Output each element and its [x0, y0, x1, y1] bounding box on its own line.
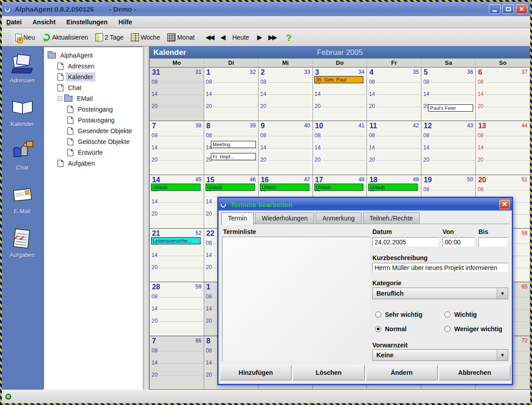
menu-item-hilfe[interactable]: Hilfe: [118, 18, 132, 26]
time-slot-20[interactable]: 20: [476, 103, 530, 109]
sidebar-item-chat[interactable]: Chat: [11, 141, 34, 171]
radio-circle-icon[interactable]: [444, 311, 451, 318]
tree-item-entwürfe[interactable]: Entwürfe: [45, 147, 141, 158]
toolbar-fast-forward-icon[interactable]: ▶▶: [268, 33, 276, 41]
ndern-button[interactable]: Ändern: [366, 365, 438, 380]
dialog-close-button[interactable]: ✕: [499, 200, 510, 209]
time-slot-20[interactable]: 20: [313, 103, 367, 109]
panel-splitter[interactable]: [143, 46, 149, 390]
time-slot-08[interactable]: 08: [421, 186, 475, 192]
event-chip[interactable]: Lebensversiche...: [151, 237, 201, 244]
event-chip[interactable]: Urlaub: [151, 184, 201, 191]
time-slot-20[interactable]: 20: [476, 156, 530, 162]
sidebar-item-adressen[interactable]: Adressen: [10, 54, 35, 84]
kurzbeschreibung-input[interactable]: [372, 263, 508, 273]
dialog-tab-termin[interactable]: Termin: [221, 212, 254, 225]
tree-item-postausgang[interactable]: Postausgang: [45, 115, 141, 126]
time-slot-08[interactable]: 08: [150, 132, 204, 138]
event-chip[interactable]: Meeting: [211, 141, 256, 148]
time-slot-20[interactable]: 20: [150, 210, 204, 216]
calendar-day-cell[interactable]: 33408142035. Geb. Paul: [313, 68, 367, 121]
toolbar-button-woche[interactable]: Woche: [131, 33, 160, 41]
menu-item-einstellungen[interactable]: Einstellungen: [67, 18, 108, 26]
time-slot-20[interactable]: 20: [150, 371, 204, 378]
toolbar-forward-icon[interactable]: ▶: [257, 33, 261, 41]
time-slot-20[interactable]: 20: [150, 103, 204, 109]
tree-item-posteingang[interactable]: Posteingang: [45, 104, 141, 115]
time-slot-20[interactable]: 20: [150, 264, 204, 270]
kategorie-dropdown-arrow-icon[interactable]: ▼: [497, 288, 508, 299]
calendar-day-cell[interactable]: 637081420: [476, 68, 530, 121]
calendar-day-cell[interactable]: 766081420: [150, 336, 204, 390]
sidebar-item-email[interactable]: E-Mail: [11, 184, 34, 215]
time-slot-08[interactable]: 08: [150, 293, 204, 299]
toolbar-button-2-tage[interactable]: 2 Tage: [95, 33, 124, 41]
time-slot-14[interactable]: 14: [476, 90, 530, 97]
time-slot-14[interactable]: 14: [150, 359, 204, 365]
calendar-day-cell[interactable]: 435081420: [367, 68, 421, 121]
time-slot-08[interactable]: 08: [259, 78, 313, 85]
time-slot-14[interactable]: 14: [313, 144, 367, 150]
tree-item-kalender[interactable]: Kalender: [45, 72, 141, 82]
time-slot-14[interactable]: 14: [150, 252, 204, 258]
time-slot-14[interactable]: 14: [367, 144, 421, 150]
tree-item-adressen[interactable]: Adressen: [45, 61, 141, 72]
event-chip[interactable]: Urlaub: [206, 184, 255, 191]
event-chip[interactable]: Urlaub: [260, 184, 309, 191]
vorwarnzeit-dropdown-arrow-icon[interactable]: ▼: [497, 350, 508, 360]
time-slot-20[interactable]: 20: [313, 156, 367, 162]
radio-circle-icon[interactable]: [375, 311, 381, 318]
time-slot-14[interactable]: 14: [476, 144, 530, 150]
abbrechen-button[interactable]: Abbrechen: [439, 365, 510, 380]
time-slot-14[interactable]: 14: [204, 90, 258, 97]
calendar-day-cell[interactable]: 1243081420: [421, 121, 476, 175]
toolbar-today-button[interactable]: Heute: [232, 34, 249, 41]
dialog-tab-wiederholungen[interactable]: Wiederholungen: [255, 212, 314, 224]
time-slot-14[interactable]: 14: [313, 90, 367, 97]
time-slot-20[interactable]: 20: [367, 156, 421, 162]
time-slot-08[interactable]: 08: [421, 78, 475, 85]
calendar-day-cell[interactable]: 3131081420: [150, 68, 204, 121]
calendar-day-cell[interactable]: 2859081420: [150, 282, 204, 336]
time-slot-08[interactable]: 08: [259, 132, 313, 138]
radio-sehr-wichtig[interactable]: Sehr wichtig: [375, 311, 422, 318]
time-slot-08[interactable]: 08: [204, 132, 258, 138]
tree-item-alphaagent[interactable]: AlphaAgent: [45, 50, 141, 61]
tree-item-email[interactable]: −EMail: [45, 93, 141, 104]
menu-item-ansicht[interactable]: Ansicht: [32, 18, 55, 26]
tree-item-gesendeteobjekte[interactable]: Gesendete Objekte: [45, 126, 141, 136]
vorwarnzeit-dropdown[interactable]: Keine ▼: [372, 349, 508, 361]
calendar-day-cell[interactable]: 1344081420: [476, 121, 530, 175]
tree-item-chat[interactable]: Chat: [45, 82, 141, 93]
hinzufügen-button[interactable]: Hinzufügen: [220, 365, 291, 380]
menu-item-datei[interactable]: Datei: [6, 18, 22, 26]
time-slot-08[interactable]: 08: [313, 132, 367, 138]
time-slot-14[interactable]: 14: [421, 144, 475, 150]
calendar-day-cell[interactable]: 1041081420: [313, 121, 367, 175]
calendar-day-cell[interactable]: 1445081420Urlaub: [150, 175, 204, 229]
radio-weniger-wichtig[interactable]: Weniger wichtig: [444, 325, 502, 333]
sidebar-item-kalender[interactable]: Kalender: [10, 97, 34, 127]
calendar-day-cell[interactable]: 738081420: [150, 121, 204, 175]
time-slot-20[interactable]: 20: [259, 103, 313, 109]
datum-input[interactable]: [372, 237, 439, 247]
time-slot-20[interactable]: 20: [367, 103, 421, 109]
time-slot-08[interactable]: 08: [476, 78, 530, 85]
calendar-day-cell[interactable]: 233081420: [259, 68, 313, 121]
event-chip[interactable]: Paul's Feier: [428, 104, 473, 112]
bis-input[interactable]: [478, 237, 508, 247]
tree-expander-minus-icon[interactable]: −: [58, 96, 62, 101]
radio-circle-icon[interactable]: [444, 326, 451, 332]
radio-circle-icon[interactable]: [375, 326, 381, 332]
toolbar-grip[interactable]: [3, 30, 12, 45]
time-slot-08[interactable]: 08: [150, 347, 204, 353]
close-button[interactable]: ✕: [516, 4, 528, 14]
time-slot-08[interactable]: 08: [421, 132, 475, 138]
maximize-button[interactable]: [502, 4, 514, 14]
time-slot-20[interactable]: 20: [421, 156, 475, 162]
löschen-button[interactable]: Löschen: [293, 365, 364, 380]
time-slot-20[interactable]: 20: [150, 317, 204, 324]
toolbar-button-monat[interactable]: Monat: [167, 33, 195, 41]
dialog-tab-teilnehrechte[interactable]: Teilneh./Rechte: [363, 212, 420, 224]
time-slot-14[interactable]: 14: [150, 90, 204, 97]
